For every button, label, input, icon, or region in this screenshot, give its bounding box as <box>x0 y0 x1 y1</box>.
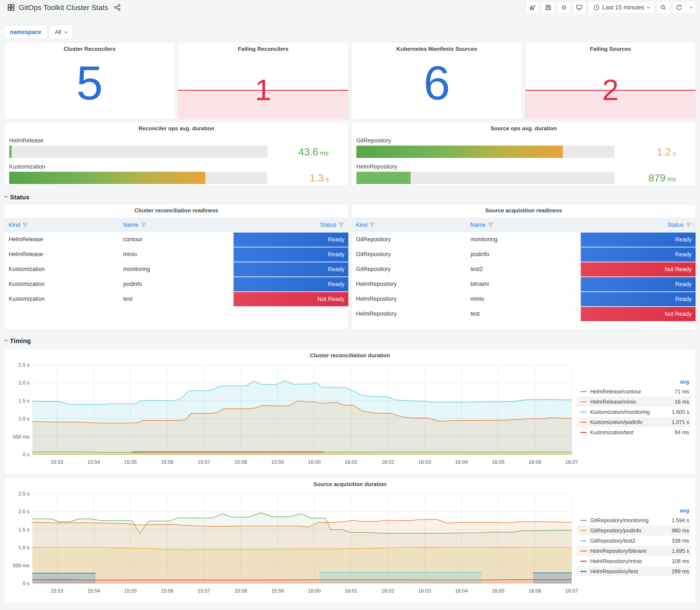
legend-item[interactable]: GitRepository/test2338 ms <box>576 535 691 546</box>
status-badge: Ready <box>581 232 696 247</box>
legend-avg-value: 71 ms <box>675 388 689 395</box>
gauge-value: 43.6ms <box>267 146 344 158</box>
legend-series-label: GitRepository/test2 <box>590 538 635 544</box>
time-range-picker[interactable]: Last 15 minutes <box>588 1 654 14</box>
cell-kind: Kustomization <box>4 262 119 277</box>
legend-item[interactable]: Kustomization/monitoring1.605 s <box>576 407 691 417</box>
section-header-timing[interactable]: Timing <box>4 335 696 347</box>
legend-item[interactable]: HelmRelease/contour71 ms <box>576 386 691 397</box>
legend-item[interactable]: HelmRepository/minio108 ms <box>576 556 691 566</box>
y-tick-label: 1.0 s <box>18 545 30 550</box>
chevron-down-icon <box>4 194 8 198</box>
tv-cycle-icon[interactable] <box>573 1 586 14</box>
y-tick-label: 1.5 s <box>18 527 30 533</box>
legend-item[interactable]: Kustomization/test84 ms <box>576 427 691 437</box>
cell-name: bitnami <box>466 277 581 292</box>
panel-title[interactable]: Reconciler ops avg. duration <box>9 122 344 132</box>
legend-avg-value: 1.071 s <box>672 419 689 425</box>
filter-icon[interactable] <box>488 222 493 228</box>
column-header-status[interactable]: Status <box>316 222 348 228</box>
gauge-value: 1.3s <box>267 172 344 184</box>
table-row: KustomizationmonitoringReady <box>4 262 348 277</box>
gauge-label: Kustomization <box>9 163 344 170</box>
add-panel-button[interactable] <box>526 1 539 14</box>
cell-name: podinfo <box>119 277 233 292</box>
panel-title[interactable]: Kubernetes Manifests Sources <box>352 43 522 52</box>
x-tick-label: 16:06 <box>528 588 541 594</box>
stat-panel-failing-reconcilers: Failing Reconcilers 1 <box>178 43 348 119</box>
dashboards-grid-icon[interactable] <box>7 4 15 11</box>
section-header-status[interactable]: Status <box>4 191 696 203</box>
status-badge: Ready <box>581 247 696 262</box>
legend-item[interactable]: HelmRepository/bitnami1.695 s <box>576 546 691 556</box>
x-tick-label: 15:55 <box>124 588 137 594</box>
column-header-kind[interactable]: Kind <box>4 222 119 228</box>
panel-title[interactable]: Failing Reconcilers <box>178 43 348 52</box>
legend-item[interactable]: HelmRelease/minio16 ms <box>576 397 691 407</box>
refresh-button[interactable] <box>672 1 686 14</box>
legend-item[interactable]: GitRepository/monitoring1.594 s <box>576 515 691 525</box>
cell-name: minio <box>119 247 233 262</box>
table-panel-source-readiness: Source acquisition readiness Kind Name S… <box>352 204 696 330</box>
legend-series-label: HelmRepository/test <box>590 568 638 575</box>
column-header-name[interactable]: Name <box>466 222 581 228</box>
legend-avg-value: 1.695 s <box>672 548 689 554</box>
column-header-name[interactable]: Name <box>119 222 233 228</box>
refresh-interval-dropdown[interactable] <box>686 1 696 14</box>
chart-plot-area[interactable]: 15:5315:5415:5515:5615:5715:5815:5916:00… <box>32 364 572 467</box>
x-tick-label: 15:54 <box>87 588 100 594</box>
filter-icon[interactable] <box>339 222 344 228</box>
cell-kind: HelmRelease <box>4 232 119 247</box>
filter-icon[interactable] <box>22 222 28 228</box>
variable-value-dropdown[interactable]: All <box>49 25 72 39</box>
x-tick-label: 15:59 <box>271 588 284 594</box>
legend-avg-header[interactable]: avg <box>680 379 691 385</box>
gauge-panel-reconciler-ops: Reconciler ops avg. duration HelmRelease… <box>4 122 348 186</box>
column-header-kind[interactable]: Kind <box>352 222 466 228</box>
legend-avg-value: 980 ms <box>672 528 689 534</box>
panel-title[interactable]: Source acquisition readiness <box>352 204 696 214</box>
stat-panel-failing-sources: Failing Sources 2 <box>525 43 696 119</box>
filter-icon[interactable] <box>141 222 146 228</box>
gauge-value: 879ms <box>615 172 691 184</box>
x-tick-label: 15:56 <box>161 459 174 465</box>
variable-label-namespace[interactable]: namespace <box>4 25 47 39</box>
y-tick-label: 2.5 s <box>18 491 30 497</box>
settings-gear-icon[interactable]: ⚙ <box>557 1 570 14</box>
y-tick-label: 0 s <box>23 452 30 458</box>
zoom-out-button[interactable] <box>657 1 670 14</box>
column-header-status[interactable]: Status <box>663 222 696 228</box>
table-row: KustomizationpodinfoReady <box>4 277 348 292</box>
legend-item[interactable]: Kustomization/podinfo1.071 s <box>576 417 691 427</box>
legend-avg-header[interactable]: avg <box>680 508 691 514</box>
y-tick-label: 0 s <box>23 580 30 587</box>
x-tick-label: 16:02 <box>381 459 394 465</box>
panel-title[interactable]: Cluster Reconcilers <box>4 43 175 52</box>
filter-icon[interactable] <box>686 222 691 228</box>
legend-item[interactable]: GitRepository/podinfo980 ms <box>576 525 691 535</box>
legend-series-label: HelmRelease/contour <box>590 388 641 395</box>
legend-series-color <box>580 530 587 531</box>
submenu: namespace All <box>4 25 696 39</box>
chevron-down-icon <box>4 338 8 341</box>
cell-kind: GitRepository <box>352 262 466 277</box>
panel-title[interactable]: Cluster reconciliation readiness <box>4 204 348 214</box>
legend-series-color <box>580 412 587 413</box>
panel-title[interactable]: Failing Sources <box>525 43 696 52</box>
legend-item[interactable]: HelmRepository/test289 ms <box>576 566 691 576</box>
save-dashboard-button[interactable] <box>542 1 555 14</box>
panel-title[interactable]: Cluster reconciliation duration <box>9 349 691 359</box>
filter-icon[interactable] <box>370 222 375 228</box>
panel-title[interactable]: Source acquisition duration <box>9 478 691 487</box>
section-title: Timing <box>10 337 31 344</box>
chevron-down-icon <box>647 5 650 9</box>
panel-title[interactable]: Source ops avg. duration <box>356 122 691 132</box>
cell-kind: Kustomization <box>4 292 119 306</box>
legend-series-color <box>580 561 587 562</box>
chart-plot-area[interactable]: 15:5315:5415:5515:5615:5715:5815:5916:00… <box>32 493 572 596</box>
y-tick-label: 500 ms <box>13 434 30 440</box>
y-axis-labels: 0 s500 ms1.0 s1.5 s2.0 s2.5 s <box>9 493 32 584</box>
share-icon[interactable] <box>114 4 121 11</box>
chart-legend: avgHelmRelease/contour71 msHelmRelease/m… <box>576 364 691 467</box>
cell-kind: Kustomization <box>4 277 119 292</box>
